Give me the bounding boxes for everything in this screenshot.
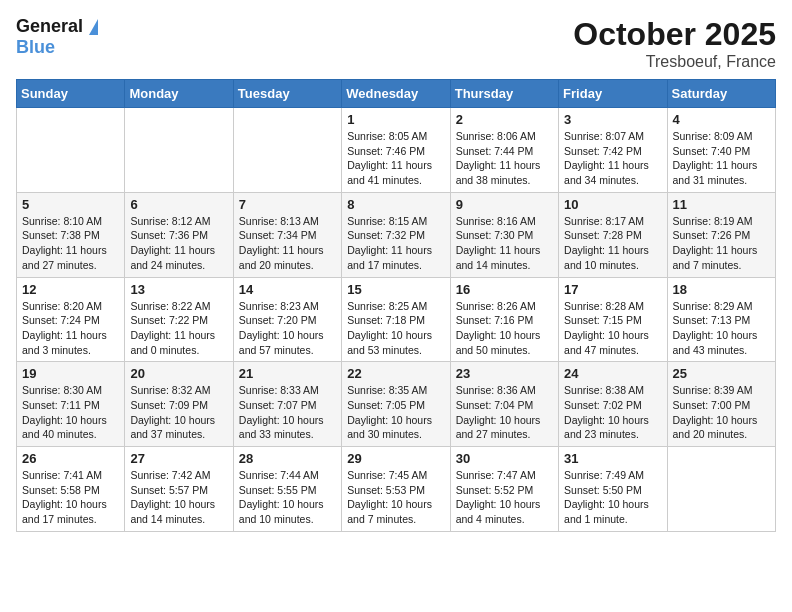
day-info: Sunrise: 7:42 AM Sunset: 5:57 PM Dayligh… xyxy=(130,468,227,527)
header-monday: Monday xyxy=(125,80,233,108)
table-row: 23Sunrise: 8:36 AM Sunset: 7:04 PM Dayli… xyxy=(450,362,558,447)
table-row xyxy=(125,108,233,193)
table-row xyxy=(17,108,125,193)
day-number: 21 xyxy=(239,366,336,381)
table-row: 20Sunrise: 8:32 AM Sunset: 7:09 PM Dayli… xyxy=(125,362,233,447)
day-number: 4 xyxy=(673,112,770,127)
day-number: 1 xyxy=(347,112,444,127)
day-number: 3 xyxy=(564,112,661,127)
day-number: 7 xyxy=(239,197,336,212)
table-row: 1Sunrise: 8:05 AM Sunset: 7:46 PM Daylig… xyxy=(342,108,450,193)
day-info: Sunrise: 8:26 AM Sunset: 7:16 PM Dayligh… xyxy=(456,299,553,358)
day-number: 8 xyxy=(347,197,444,212)
table-row: 10Sunrise: 8:17 AM Sunset: 7:28 PM Dayli… xyxy=(559,192,667,277)
header-wednesday: Wednesday xyxy=(342,80,450,108)
header-tuesday: Tuesday xyxy=(233,80,341,108)
day-number: 6 xyxy=(130,197,227,212)
day-info: Sunrise: 8:39 AM Sunset: 7:00 PM Dayligh… xyxy=(673,383,770,442)
table-row: 13Sunrise: 8:22 AM Sunset: 7:22 PM Dayli… xyxy=(125,277,233,362)
table-row: 2Sunrise: 8:06 AM Sunset: 7:44 PM Daylig… xyxy=(450,108,558,193)
calendar-body: 1Sunrise: 8:05 AM Sunset: 7:46 PM Daylig… xyxy=(17,108,776,532)
table-row: 16Sunrise: 8:26 AM Sunset: 7:16 PM Dayli… xyxy=(450,277,558,362)
day-info: Sunrise: 8:12 AM Sunset: 7:36 PM Dayligh… xyxy=(130,214,227,273)
day-info: Sunrise: 8:13 AM Sunset: 7:34 PM Dayligh… xyxy=(239,214,336,273)
table-row: 30Sunrise: 7:47 AM Sunset: 5:52 PM Dayli… xyxy=(450,447,558,532)
logo-general-text: General xyxy=(16,16,83,37)
day-info: Sunrise: 8:05 AM Sunset: 7:46 PM Dayligh… xyxy=(347,129,444,188)
day-info: Sunrise: 8:09 AM Sunset: 7:40 PM Dayligh… xyxy=(673,129,770,188)
table-row: 7Sunrise: 8:13 AM Sunset: 7:34 PM Daylig… xyxy=(233,192,341,277)
logo: General Blue xyxy=(16,16,98,58)
table-row xyxy=(667,447,775,532)
day-info: Sunrise: 7:45 AM Sunset: 5:53 PM Dayligh… xyxy=(347,468,444,527)
header-row: Sunday Monday Tuesday Wednesday Thursday… xyxy=(17,80,776,108)
day-info: Sunrise: 7:44 AM Sunset: 5:55 PM Dayligh… xyxy=(239,468,336,527)
day-number: 26 xyxy=(22,451,119,466)
calendar-table: Sunday Monday Tuesday Wednesday Thursday… xyxy=(16,79,776,532)
header-saturday: Saturday xyxy=(667,80,775,108)
calendar-week-row: 26Sunrise: 7:41 AM Sunset: 5:58 PM Dayli… xyxy=(17,447,776,532)
table-row: 17Sunrise: 8:28 AM Sunset: 7:15 PM Dayli… xyxy=(559,277,667,362)
day-info: Sunrise: 8:23 AM Sunset: 7:20 PM Dayligh… xyxy=(239,299,336,358)
day-info: Sunrise: 8:28 AM Sunset: 7:15 PM Dayligh… xyxy=(564,299,661,358)
day-number: 27 xyxy=(130,451,227,466)
day-number: 2 xyxy=(456,112,553,127)
table-row: 9Sunrise: 8:16 AM Sunset: 7:30 PM Daylig… xyxy=(450,192,558,277)
table-row: 31Sunrise: 7:49 AM Sunset: 5:50 PM Dayli… xyxy=(559,447,667,532)
day-info: Sunrise: 8:19 AM Sunset: 7:26 PM Dayligh… xyxy=(673,214,770,273)
day-info: Sunrise: 8:10 AM Sunset: 7:38 PM Dayligh… xyxy=(22,214,119,273)
table-row: 26Sunrise: 7:41 AM Sunset: 5:58 PM Dayli… xyxy=(17,447,125,532)
day-number: 9 xyxy=(456,197,553,212)
calendar-header: Sunday Monday Tuesday Wednesday Thursday… xyxy=(17,80,776,108)
table-row: 3Sunrise: 8:07 AM Sunset: 7:42 PM Daylig… xyxy=(559,108,667,193)
day-number: 10 xyxy=(564,197,661,212)
day-number: 31 xyxy=(564,451,661,466)
table-row: 19Sunrise: 8:30 AM Sunset: 7:11 PM Dayli… xyxy=(17,362,125,447)
logo-blue-text: Blue xyxy=(16,37,55,58)
day-number: 12 xyxy=(22,282,119,297)
day-info: Sunrise: 8:30 AM Sunset: 7:11 PM Dayligh… xyxy=(22,383,119,442)
day-number: 18 xyxy=(673,282,770,297)
day-number: 30 xyxy=(456,451,553,466)
day-number: 17 xyxy=(564,282,661,297)
day-number: 22 xyxy=(347,366,444,381)
day-number: 23 xyxy=(456,366,553,381)
day-number: 24 xyxy=(564,366,661,381)
day-number: 15 xyxy=(347,282,444,297)
day-info: Sunrise: 8:33 AM Sunset: 7:07 PM Dayligh… xyxy=(239,383,336,442)
day-info: Sunrise: 8:07 AM Sunset: 7:42 PM Dayligh… xyxy=(564,129,661,188)
calendar-week-row: 12Sunrise: 8:20 AM Sunset: 7:24 PM Dayli… xyxy=(17,277,776,362)
day-info: Sunrise: 7:47 AM Sunset: 5:52 PM Dayligh… xyxy=(456,468,553,527)
table-row: 14Sunrise: 8:23 AM Sunset: 7:20 PM Dayli… xyxy=(233,277,341,362)
calendar-week-row: 19Sunrise: 8:30 AM Sunset: 7:11 PM Dayli… xyxy=(17,362,776,447)
day-number: 20 xyxy=(130,366,227,381)
header-sunday: Sunday xyxy=(17,80,125,108)
table-row: 15Sunrise: 8:25 AM Sunset: 7:18 PM Dayli… xyxy=(342,277,450,362)
day-number: 5 xyxy=(22,197,119,212)
day-info: Sunrise: 8:15 AM Sunset: 7:32 PM Dayligh… xyxy=(347,214,444,273)
day-number: 11 xyxy=(673,197,770,212)
table-row: 18Sunrise: 8:29 AM Sunset: 7:13 PM Dayli… xyxy=(667,277,775,362)
day-info: Sunrise: 8:25 AM Sunset: 7:18 PM Dayligh… xyxy=(347,299,444,358)
day-info: Sunrise: 8:35 AM Sunset: 7:05 PM Dayligh… xyxy=(347,383,444,442)
day-info: Sunrise: 7:41 AM Sunset: 5:58 PM Dayligh… xyxy=(22,468,119,527)
day-info: Sunrise: 8:22 AM Sunset: 7:22 PM Dayligh… xyxy=(130,299,227,358)
table-row: 29Sunrise: 7:45 AM Sunset: 5:53 PM Dayli… xyxy=(342,447,450,532)
table-row xyxy=(233,108,341,193)
day-number: 16 xyxy=(456,282,553,297)
day-number: 28 xyxy=(239,451,336,466)
table-row: 22Sunrise: 8:35 AM Sunset: 7:05 PM Dayli… xyxy=(342,362,450,447)
table-row: 24Sunrise: 8:38 AM Sunset: 7:02 PM Dayli… xyxy=(559,362,667,447)
calendar-week-row: 5Sunrise: 8:10 AM Sunset: 7:38 PM Daylig… xyxy=(17,192,776,277)
table-row: 5Sunrise: 8:10 AM Sunset: 7:38 PM Daylig… xyxy=(17,192,125,277)
day-number: 29 xyxy=(347,451,444,466)
table-row: 28Sunrise: 7:44 AM Sunset: 5:55 PM Dayli… xyxy=(233,447,341,532)
table-row: 4Sunrise: 8:09 AM Sunset: 7:40 PM Daylig… xyxy=(667,108,775,193)
header-thursday: Thursday xyxy=(450,80,558,108)
logo-triangle-icon xyxy=(89,19,98,35)
table-row: 6Sunrise: 8:12 AM Sunset: 7:36 PM Daylig… xyxy=(125,192,233,277)
month-title: October 2025 xyxy=(573,16,776,53)
table-row: 27Sunrise: 7:42 AM Sunset: 5:57 PM Dayli… xyxy=(125,447,233,532)
table-row: 25Sunrise: 8:39 AM Sunset: 7:00 PM Dayli… xyxy=(667,362,775,447)
page-header: General Blue October 2025 Tresboeuf, Fra… xyxy=(16,16,776,71)
